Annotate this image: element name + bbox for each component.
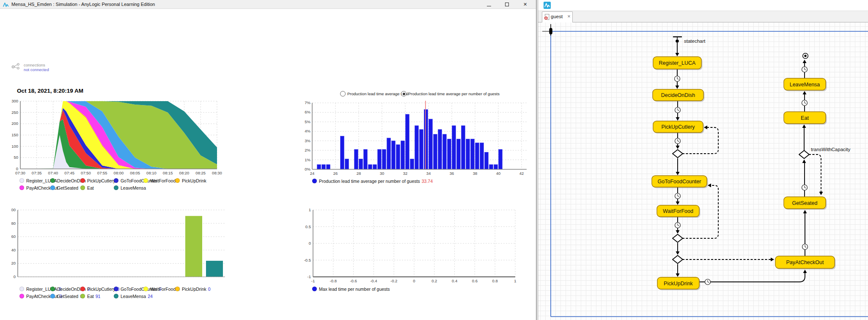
histogram-bar: [429, 119, 433, 169]
radio-lead-time-per-guests[interactable]: [401, 91, 407, 97]
anylogic-logo-icon: [3, 2, 9, 8]
branch-diamond[interactable]: [673, 256, 683, 264]
transition-dashed[interactable]: [809, 154, 821, 194]
histogram-bar: [354, 149, 358, 169]
bar-chart-legend: Register_LUCA0DecideOnDish0PickUpCutlery…: [19, 287, 239, 302]
legend-label: Eat: [87, 294, 94, 299]
simulation-window: Mensa_HS_Emden : Simulation - AnyLogic P…: [0, 0, 537, 320]
state-label-GetSeated: GetSeated: [792, 200, 818, 206]
transition-arrowhead: [819, 192, 823, 195]
legend-dot: [114, 185, 118, 190]
radio-lead-time-average-total[interactable]: [340, 91, 346, 97]
legend-dot: [19, 294, 24, 298]
radio-label-per-guests[interactable]: Production lead time average per number …: [408, 91, 500, 96]
axis-tick-label: 4%: [305, 129, 310, 133]
legend-dot: [312, 179, 317, 183]
editor-titlebar[interactable]: [538, 0, 868, 11]
legend-label: Eat: [87, 185, 94, 190]
legend-dot: [50, 287, 55, 291]
legend-label: PickUpDrink: [182, 178, 206, 183]
statechart-label: statechart: [684, 39, 706, 44]
legend-item-GetSeated: GetSeated0: [50, 294, 82, 299]
window-titlebar[interactable]: Mensa_HS_Emden : Simulation - AnyLogic P…: [0, 0, 536, 9]
axis-tick-label: 07:40: [48, 171, 58, 175]
legend-item-Production lead time average per number of guests: Production lead time average per number …: [312, 179, 433, 184]
axis-tick-label: 6%: [305, 110, 310, 114]
branch-label: transWithCapacity: [811, 147, 851, 152]
axis-tick-label: 08:05: [130, 171, 140, 175]
legend-dot: [114, 178, 118, 183]
axis-tick-label: 7%: [305, 100, 310, 105]
axis-tick-label: 28: [357, 171, 361, 176]
state-label-Register_LUCA: Register_LUCA: [659, 60, 696, 66]
window-controls: ✕: [480, 0, 534, 9]
histogram-bar: [382, 149, 386, 169]
legend-item-LeaveMensa: LeaveMensa24: [114, 294, 153, 299]
state-label-Eat: Eat: [801, 115, 809, 121]
agent-frame: [551, 31, 868, 317]
state-label-PickUpCutlery: PickUpCutlery: [661, 124, 695, 130]
axis-tick-label: 0: [309, 241, 311, 246]
axis-tick-label: 08:30: [212, 171, 222, 175]
legend-label: GetSeated: [57, 294, 78, 299]
minimize-button[interactable]: [480, 0, 498, 9]
tab-close-icon[interactable]: ✕: [567, 14, 571, 19]
origin-anchor[interactable]: [549, 28, 552, 34]
legend-item-PickUpDrink: PickUpDrink0: [175, 287, 211, 292]
histogram-bar: [466, 139, 470, 169]
legend-dot: [175, 287, 180, 291]
statechart-entry-point[interactable]: [676, 39, 679, 43]
axis-tick-label: -0.2: [390, 279, 397, 283]
histogram-mode-radios: Production lead time average total Produ…: [340, 91, 535, 98]
radio-label-total[interactable]: Production lead time average total: [347, 91, 408, 96]
axis-tick-label: 0.6: [472, 279, 478, 283]
axis-tick-label: -1: [311, 279, 315, 283]
axis-tick-label: 30: [380, 171, 385, 176]
area-chart-legend: Register_LUCADecideOnDishPickUpCutleryGo…: [19, 178, 239, 193]
max-lead-time-legend: Max lead time per number of guests: [312, 287, 532, 294]
maximize-button[interactable]: [498, 0, 516, 9]
histogram-bar: [494, 165, 498, 169]
axis-tick-label: 300: [11, 99, 18, 103]
legend-item-Max lead time per number of guests: Max lead time per number of guests: [312, 287, 390, 292]
state-label-LeaveMensa: LeaveMensa: [790, 82, 820, 88]
legend-dot: [50, 294, 55, 298]
tab-guest[interactable]: guest ✕: [542, 11, 573, 22]
axis-tick-label: 08:20: [179, 171, 190, 175]
legend-dot: [80, 185, 85, 190]
anylogic-app-icon: [544, 2, 551, 9]
axis-tick-label: 0: [14, 274, 16, 279]
legend-item-Eat: Eat: [80, 185, 94, 190]
histogram-bar: [406, 114, 409, 169]
transition-arrowhead: [803, 91, 807, 94]
histogram-bar: [368, 165, 372, 169]
axis-tick-label: 26: [333, 171, 338, 176]
connections-label: connections: [24, 63, 45, 67]
editor-window: guest ✕ statecharttransWithCapacityRegis…: [538, 0, 868, 320]
branch-diamond[interactable]: [673, 234, 683, 243]
final-state-dot: [804, 55, 806, 57]
state-label-GoToFoodCounter: GoToFoodCounter: [658, 179, 701, 185]
editor-canvas[interactable]: statecharttransWithCapacityRegister_LUCA…: [538, 22, 868, 320]
network-icon: [11, 63, 21, 71]
axis-tick-label: 24: [310, 171, 315, 176]
transition[interactable]: [699, 271, 805, 282]
histogram-bar: [410, 159, 414, 169]
connections-status: connections not connected: [11, 62, 87, 74]
axis-tick-label: 08:00: [114, 171, 124, 175]
axis-tick-label: 150: [11, 132, 18, 137]
histogram-bar: [438, 130, 442, 169]
transition-arrowhead: [771, 258, 774, 262]
histogram-bar: [327, 165, 330, 169]
transition-arrowhead: [676, 53, 679, 56]
legend-dot: [50, 178, 55, 183]
close-icon: ✕: [523, 2, 527, 7]
branch-diamond[interactable]: [673, 150, 683, 158]
branch-diamond[interactable]: [799, 151, 809, 159]
legend-item-WaitForFood: WaitForFood: [143, 178, 176, 183]
axis-tick-label: -0.8: [330, 279, 337, 283]
axis-tick-label: 34: [426, 171, 431, 176]
legend-label: LeaveMensa: [121, 185, 146, 190]
axis-tick-label: 0.4: [452, 279, 457, 283]
close-button[interactable]: ✕: [516, 0, 534, 9]
